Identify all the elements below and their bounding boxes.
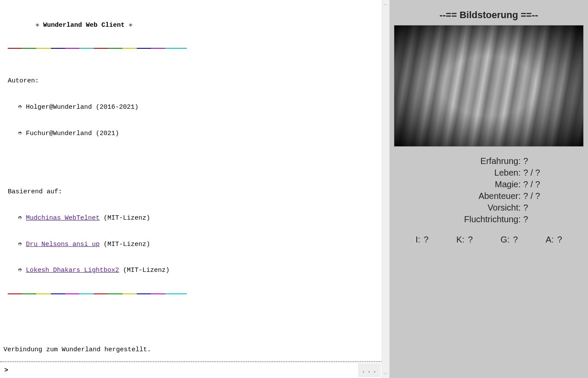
- stat-leben: Leben:? / ?: [424, 167, 553, 179]
- based-on-item: Mudchinas WebTelnet (MIT-Lizenz): [3, 214, 378, 223]
- attr-a: A:?: [546, 235, 562, 245]
- scrollbar[interactable]: ︿ ﹀: [382, 0, 390, 378]
- prompt-sign: >: [0, 367, 11, 374]
- based-on-item: Lokesh Dhakars Lightbox2 (MIT-Lizenz): [3, 266, 378, 275]
- noise-image: [394, 25, 584, 147]
- rainbow-divider: [8, 48, 187, 49]
- attribute-row: I:? K:? G:? A:?: [393, 233, 585, 246]
- terminal-output[interactable]: ✳ Wunderland Web Client ✳ Autoren: Holge…: [0, 0, 382, 361]
- attr-g: G:?: [500, 235, 518, 245]
- sidebar-pane: --== Bildstoerung ==-- Erfahrung:? Leben…: [390, 0, 588, 378]
- stat-fluchtrichtung: Fluchtrichtung:?: [424, 214, 553, 225]
- scroll-down-icon[interactable]: ﹀: [382, 370, 389, 378]
- authors-label: Autoren:: [3, 77, 378, 85]
- author-item: Fuchur@Wunderland (2021): [3, 129, 378, 138]
- link-webtelnet[interactable]: Mudchinas WebTelnet: [26, 214, 100, 222]
- link-ansi-up[interactable]: Dru Nelsons ansi_up: [26, 241, 100, 248]
- input-row: > ...: [0, 362, 382, 378]
- stat-erfahrung: Erfahrung:?: [424, 155, 553, 167]
- license-suffix: (MIT-Lizenz): [119, 267, 170, 274]
- connection-line: Verbindung zum Wunderland hergestellt.: [3, 346, 378, 354]
- scroll-up-icon[interactable]: ︿: [382, 0, 389, 8]
- command-input[interactable]: [11, 362, 358, 378]
- stat-abenteuer: Abenteuer:? / ?: [424, 190, 553, 202]
- terminal-pane: ✳ Wunderland Web Client ✳ Autoren: Holge…: [0, 0, 382, 378]
- stats-block: Erfahrung:? Leben:? / ? Magie:? / ? Aben…: [424, 155, 553, 225]
- more-button[interactable]: ...: [358, 363, 381, 377]
- attr-k: K:?: [456, 235, 473, 245]
- app-title: ✳ Wunderland Web Client ✳: [3, 21, 378, 30]
- based-on-label: Basierend auf:: [3, 188, 378, 196]
- license-suffix: (MIT-Lizenz): [100, 241, 150, 248]
- rainbow-divider: [8, 293, 187, 294]
- stat-vorsicht: Vorsicht:?: [424, 202, 553, 214]
- license-suffix: (MIT-Lizenz): [100, 214, 150, 222]
- stat-magie: Magie:? / ?: [424, 179, 553, 190]
- attr-i: I:?: [415, 235, 428, 245]
- link-lightbox[interactable]: Lokesh Dhakars Lightbox2: [26, 267, 119, 274]
- author-item: Holger@Wunderland (2016-2021): [3, 103, 378, 112]
- based-on-item: Dru Nelsons ansi_up (MIT-Lizenz): [3, 240, 378, 249]
- sidebar-title: --== Bildstoerung ==--: [393, 3, 585, 25]
